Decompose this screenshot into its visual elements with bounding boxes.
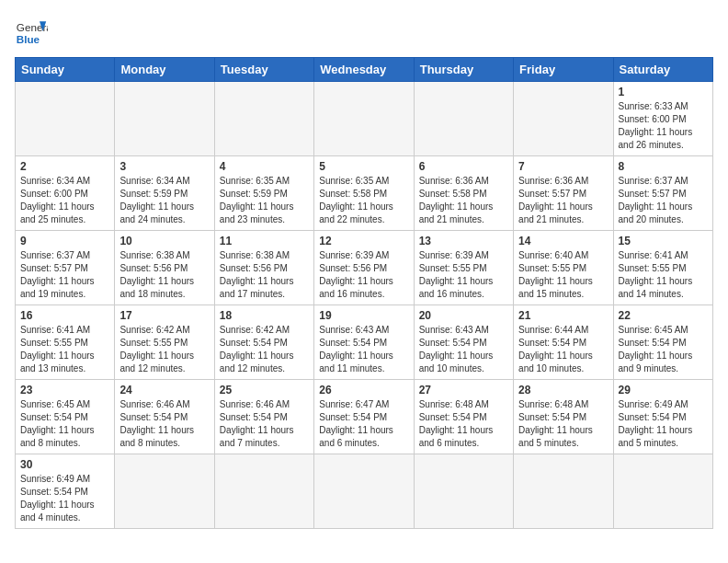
calendar-cell [16,82,115,156]
calendar-cell: 1Sunrise: 6:33 AM Sunset: 6:00 PM Daylig… [613,82,712,156]
calendar-cell: 11Sunrise: 6:38 AM Sunset: 5:56 PM Dayli… [214,231,313,305]
day-info: Sunrise: 6:35 AM Sunset: 5:59 PM Dayligh… [220,175,309,226]
day-info: Sunrise: 6:34 AM Sunset: 6:00 PM Dayligh… [20,175,109,226]
page-header: General Blue [15,15,713,48]
calendar-cell [414,454,513,529]
day-info: Sunrise: 6:35 AM Sunset: 5:58 PM Dayligh… [319,175,408,226]
day-info: Sunrise: 6:38 AM Sunset: 5:56 PM Dayligh… [220,249,309,301]
calendar-week-3: 9Sunrise: 6:37 AM Sunset: 5:57 PM Daylig… [16,231,713,305]
day-number: 30 [20,458,109,471]
calendar-cell: 20Sunrise: 6:43 AM Sunset: 5:54 PM Dayli… [414,305,513,380]
day-number: 16 [20,309,109,322]
weekday-header-sunday: Sunday [16,58,115,82]
calendar-cell: 7Sunrise: 6:36 AM Sunset: 5:57 PM Daylig… [514,156,613,231]
calendar-cell [115,454,214,529]
day-number: 29 [619,384,708,396]
day-number: 18 [220,309,309,322]
weekday-header-saturday: Saturday [613,58,712,82]
calendar-cell: 28Sunrise: 6:48 AM Sunset: 5:54 PM Dayli… [514,380,613,454]
day-info: Sunrise: 6:43 AM Sunset: 5:54 PM Dayligh… [419,324,508,375]
day-number: 19 [319,309,408,322]
day-number: 28 [518,384,608,396]
day-info: Sunrise: 6:39 AM Sunset: 5:56 PM Dayligh… [319,249,408,301]
day-number: 23 [20,384,109,396]
calendar-cell: 15Sunrise: 6:41 AM Sunset: 5:55 PM Dayli… [613,231,712,305]
calendar-cell: 17Sunrise: 6:42 AM Sunset: 5:55 PM Dayli… [115,305,214,380]
calendar-cell: 30Sunrise: 6:49 AM Sunset: 5:54 PM Dayli… [16,454,115,529]
calendar-cell [414,82,513,156]
calendar-cell [115,82,214,156]
calendar-week-6: 30Sunrise: 6:49 AM Sunset: 5:54 PM Dayli… [16,454,713,529]
day-number: 9 [20,235,109,247]
calendar-cell: 16Sunrise: 6:41 AM Sunset: 5:55 PM Dayli… [16,305,115,380]
day-number: 1 [619,86,708,98]
day-info: Sunrise: 6:37 AM Sunset: 5:57 PM Dayligh… [20,249,109,301]
day-number: 2 [20,160,109,173]
day-number: 11 [220,235,309,247]
day-info: Sunrise: 6:36 AM Sunset: 5:58 PM Dayligh… [419,175,508,226]
calendar-cell: 12Sunrise: 6:39 AM Sunset: 5:56 PM Dayli… [314,231,414,305]
calendar-cell: 14Sunrise: 6:40 AM Sunset: 5:55 PM Dayli… [514,231,613,305]
day-info: Sunrise: 6:45 AM Sunset: 5:54 PM Dayligh… [619,324,708,375]
day-number: 26 [319,384,408,396]
calendar-cell [514,82,613,156]
day-number: 10 [119,235,209,247]
day-number: 5 [319,160,408,173]
day-info: Sunrise: 6:34 AM Sunset: 5:59 PM Dayligh… [119,175,209,226]
weekday-header-friday: Friday [514,58,613,82]
day-info: Sunrise: 6:46 AM Sunset: 5:54 PM Dayligh… [220,398,309,450]
day-info: Sunrise: 6:45 AM Sunset: 5:54 PM Dayligh… [20,398,109,450]
calendar-cell: 25Sunrise: 6:46 AM Sunset: 5:54 PM Dayli… [214,380,313,454]
calendar-cell: 19Sunrise: 6:43 AM Sunset: 5:54 PM Dayli… [314,305,414,380]
day-number: 3 [119,160,209,173]
day-number: 8 [619,160,708,173]
weekday-header-tuesday: Tuesday [214,58,313,82]
day-info: Sunrise: 6:43 AM Sunset: 5:54 PM Dayligh… [319,324,408,375]
day-number: 7 [518,160,608,173]
calendar-cell: 6Sunrise: 6:36 AM Sunset: 5:58 PM Daylig… [414,156,513,231]
day-number: 4 [220,160,309,173]
calendar-cell: 22Sunrise: 6:45 AM Sunset: 5:54 PM Dayli… [613,305,712,380]
calendar-cell: 27Sunrise: 6:48 AM Sunset: 5:54 PM Dayli… [414,380,513,454]
day-number: 6 [419,160,508,173]
day-info: Sunrise: 6:42 AM Sunset: 5:55 PM Dayligh… [119,324,209,375]
day-info: Sunrise: 6:44 AM Sunset: 5:54 PM Dayligh… [518,324,608,375]
calendar-cell [314,82,414,156]
day-info: Sunrise: 6:46 AM Sunset: 5:54 PM Dayligh… [119,398,209,450]
day-info: Sunrise: 6:41 AM Sunset: 5:55 PM Dayligh… [20,324,109,375]
day-info: Sunrise: 6:41 AM Sunset: 5:55 PM Dayligh… [619,249,708,301]
day-info: Sunrise: 6:37 AM Sunset: 5:57 PM Dayligh… [619,175,708,226]
day-info: Sunrise: 6:36 AM Sunset: 5:57 PM Dayligh… [518,175,608,226]
svg-text:Blue: Blue [17,33,40,45]
calendar-cell: 24Sunrise: 6:46 AM Sunset: 5:54 PM Dayli… [115,380,214,454]
day-info: Sunrise: 6:47 AM Sunset: 5:54 PM Dayligh… [319,398,408,450]
day-number: 14 [518,235,608,247]
weekday-header-thursday: Thursday [414,58,513,82]
calendar-week-5: 23Sunrise: 6:45 AM Sunset: 5:54 PM Dayli… [16,380,713,454]
calendar-cell: 18Sunrise: 6:42 AM Sunset: 5:54 PM Dayli… [214,305,313,380]
calendar-cell [214,454,313,529]
day-number: 17 [119,309,209,322]
day-number: 24 [119,384,209,396]
day-number: 27 [419,384,508,396]
calendar-cell: 9Sunrise: 6:37 AM Sunset: 5:57 PM Daylig… [16,231,115,305]
calendar-week-4: 16Sunrise: 6:41 AM Sunset: 5:55 PM Dayli… [16,305,713,380]
day-number: 12 [319,235,408,247]
weekday-header-monday: Monday [115,58,214,82]
calendar-cell: 2Sunrise: 6:34 AM Sunset: 6:00 PM Daylig… [16,156,115,231]
calendar-cell: 29Sunrise: 6:49 AM Sunset: 5:54 PM Dayli… [613,380,712,454]
day-info: Sunrise: 6:33 AM Sunset: 6:00 PM Dayligh… [619,100,708,152]
calendar-cell: 23Sunrise: 6:45 AM Sunset: 5:54 PM Dayli… [16,380,115,454]
day-number: 22 [619,309,708,322]
day-info: Sunrise: 6:49 AM Sunset: 5:54 PM Dayligh… [20,473,109,524]
calendar-cell: 8Sunrise: 6:37 AM Sunset: 5:57 PM Daylig… [613,156,712,231]
weekday-header-row: SundayMondayTuesdayWednesdayThursdayFrid… [16,58,713,82]
calendar-cell: 3Sunrise: 6:34 AM Sunset: 5:59 PM Daylig… [115,156,214,231]
calendar-cell [514,454,613,529]
calendar-cell [214,82,313,156]
calendar-cell: 5Sunrise: 6:35 AM Sunset: 5:58 PM Daylig… [314,156,414,231]
calendar-cell: 21Sunrise: 6:44 AM Sunset: 5:54 PM Dayli… [514,305,613,380]
calendar-cell: 10Sunrise: 6:38 AM Sunset: 5:56 PM Dayli… [115,231,214,305]
logo: General Blue [15,15,48,48]
calendar-cell: 26Sunrise: 6:47 AM Sunset: 5:54 PM Dayli… [314,380,414,454]
